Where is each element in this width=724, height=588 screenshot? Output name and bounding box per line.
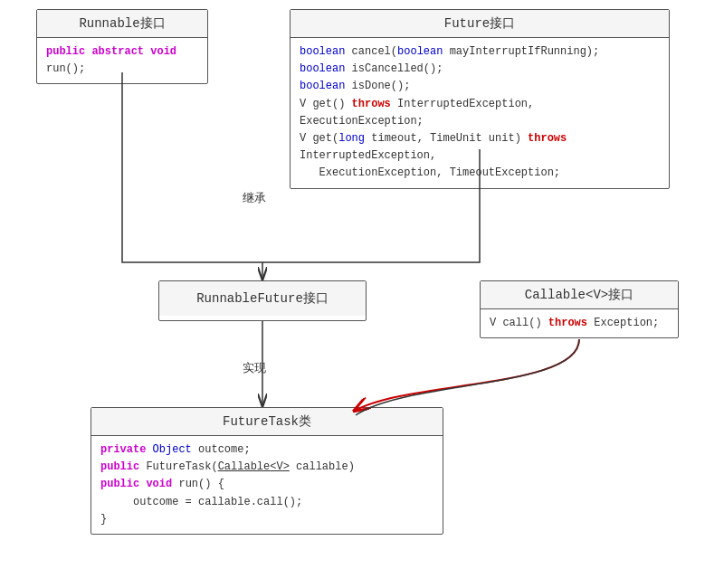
futuretask-constructor: FutureTask(Callable<V> callable) [146, 460, 354, 473]
kw-abstract: abstract [91, 45, 150, 58]
kw-boolean-1: boolean [300, 45, 352, 58]
get-timeout-method: V get(long timeout, TimeUnit unit) throw… [300, 132, 567, 162]
diagram-container: Runnable接口 public abstract void run(); F… [0, 0, 724, 588]
kw-boolean-3: boolean [300, 80, 352, 92]
outcome-line: outcome = callable.call(); [100, 496, 302, 508]
iscancelled-method: isCancelled(); [352, 62, 443, 75]
futuretask-body: private Object outcome; public FutureTas… [91, 436, 443, 534]
runnable-box: Runnable接口 public abstract void run(); [36, 9, 208, 84]
runnable-to-runnablefuture-arrow [122, 72, 262, 280]
runnable-body: public abstract void run(); [37, 38, 207, 83]
call-method: V call() throws Exception; [490, 317, 659, 329]
outcome-field: outcome; [198, 443, 251, 456]
kw-public-3: public [100, 478, 146, 490]
futuretask-title: FutureTask类 [91, 408, 443, 436]
callable-to-futuretask-arrow-black [356, 339, 579, 415]
cancel-method: cancel(boolean mayInterruptIfRunning); [352, 45, 600, 58]
inheritance-label: 继承 [243, 190, 266, 206]
get-method: V get() throws InterruptedException, Exe… [300, 98, 534, 128]
future-box: Future接口 boolean cancel(boolean mayInter… [290, 9, 670, 189]
kw-private: private [100, 443, 153, 456]
kw-void-2: void [146, 478, 178, 490]
get-timeout-exceptions: ExecutionException, TimeoutException; [300, 166, 560, 179]
implement-label: 实现 [243, 360, 266, 376]
callable-title: Callable<V>接口 [481, 281, 678, 309]
callable-box: Callable<V>接口 V call() throws Exception; [480, 280, 679, 338]
future-title: Future接口 [291, 10, 669, 38]
kw-object: Object [153, 443, 198, 456]
kw-public-2: public [100, 460, 146, 473]
isdone-method: isDone(); [352, 80, 411, 92]
callable-to-futuretask-arrow-red [353, 339, 579, 412]
runnablefuture-box: RunnableFuture接口 [158, 280, 367, 321]
run-method: run(); [46, 62, 85, 75]
close-brace: } [100, 513, 107, 526]
runnablefuture-title: RunnableFuture接口 [159, 281, 366, 316]
callable-body: V call() throws Exception; [481, 309, 678, 337]
run-method-2: run() { [178, 478, 224, 490]
kw-boolean-2: boolean [300, 62, 352, 75]
futuretask-box: FutureTask类 private Object outcome; publ… [90, 407, 443, 535]
future-body: boolean cancel(boolean mayInterruptIfRun… [291, 38, 669, 188]
kw-void: void [150, 45, 176, 58]
kw-public: public [46, 45, 91, 58]
runnable-title: Runnable接口 [37, 10, 207, 38]
